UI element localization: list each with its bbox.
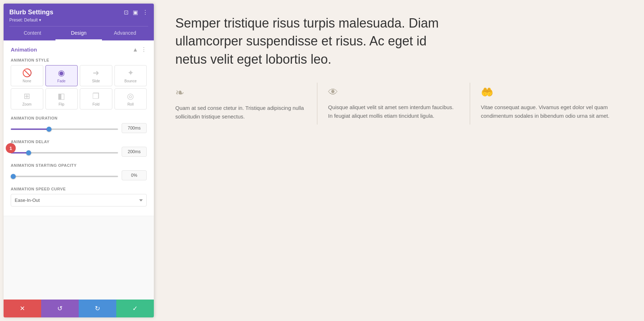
fade-label: Fade	[57, 79, 65, 83]
fold-label: Fold	[93, 102, 99, 106]
cancel-button[interactable]: ✕	[4, 300, 41, 317]
redo-button[interactable]: ↻	[79, 300, 116, 317]
delay-slider-wrapper	[11, 149, 118, 155]
delay-slider-row	[11, 147, 147, 157]
panel-body: Animation ▲ ⋮ Animation Style 🚫 None ◉ F…	[4, 40, 154, 300]
save-button[interactable]: ✓	[116, 300, 154, 317]
duration-slider-row	[11, 123, 147, 133]
flip-icon: ◧	[58, 92, 65, 101]
step-badge: 1	[6, 143, 16, 153]
flip-label: Flip	[59, 102, 64, 106]
blurb-1-text: Quam at sed conse ctetur in. Tristique a…	[175, 104, 306, 121]
fold-icon: ❐	[92, 92, 99, 101]
opacity-field: Animation Starting Opacity	[11, 163, 147, 180]
panel-header: Blurb Settings ⊡ ▣ ⋮ Preset: Default ▾ C…	[4, 4, 154, 40]
resize-icon[interactable]: ⊡	[124, 9, 128, 16]
animation-section: Animation ▲ ⋮ Animation Style 🚫 None ◉ F…	[4, 40, 154, 216]
roll-icon: ◎	[127, 92, 134, 101]
duration-slider-wrapper	[11, 125, 118, 131]
anim-roll[interactable]: ◎ Roll	[114, 88, 147, 110]
panel-tabs: Content Design Advanced	[9, 26, 148, 40]
opacity-slider-row	[11, 170, 147, 180]
tab-content[interactable]: Content	[9, 26, 55, 40]
anim-zoom[interactable]: ⊞ Zoom	[11, 88, 43, 110]
none-icon: 🚫	[22, 68, 32, 78]
opacity-value[interactable]	[122, 170, 147, 180]
duration-label: Animation Duration	[11, 116, 147, 120]
delay-value[interactable]	[122, 147, 147, 157]
duration-field: Animation Duration	[11, 116, 147, 133]
hero-text: Semper tristique risus turpis malesuada.…	[175, 14, 444, 68]
bounce-label: Bounce	[125, 79, 137, 83]
panel-toolbar: ✕ ↺ ↻ ✓	[4, 300, 154, 317]
blurbs-row: ❧ Quam at sed conse ctetur in. Tristique…	[175, 83, 623, 125]
blurb-1-icon: ❧	[175, 86, 306, 99]
bounce-icon: ✦	[127, 68, 134, 78]
none-label: None	[23, 79, 31, 83]
blurb-3: 🤲 Vitae consequat augue. Vivamus eget do…	[481, 83, 623, 125]
fade-icon: ◉	[58, 68, 65, 78]
blurb-3-icon: 🤲	[481, 86, 612, 98]
more-icon[interactable]: ⋮	[142, 9, 148, 16]
panel-preset[interactable]: Preset: Default ▾	[9, 18, 148, 23]
slide-icon: ➜	[93, 68, 99, 78]
zoom-icon: ⊞	[24, 92, 30, 101]
blurb-2-icon: 👁	[328, 86, 459, 98]
settings-panel: Blurb Settings ⊡ ▣ ⋮ Preset: Default ▾ C…	[4, 4, 154, 317]
delay-slider[interactable]	[11, 152, 118, 154]
blurb-2-text: Quisque aliquet velit sit amet sem inter…	[328, 103, 459, 120]
undo-button[interactable]: ↺	[41, 300, 79, 317]
tab-advanced[interactable]: Advanced	[102, 26, 148, 40]
anim-flip[interactable]: ◧ Flip	[45, 88, 78, 110]
content-area: Semper tristique risus turpis malesuada.…	[154, 0, 644, 321]
speed-label: Animation Speed Curve	[11, 187, 147, 191]
anim-fold[interactable]: ❐ Fold	[80, 88, 112, 110]
panel-title-icons: ⊡ ▣ ⋮	[124, 9, 148, 16]
anim-none[interactable]: 🚫 None	[11, 65, 43, 86]
speed-curve-field: Animation Speed Curve Ease-In-Out Linear…	[11, 187, 147, 206]
panel-title-row: Blurb Settings ⊡ ▣ ⋮	[9, 9, 148, 16]
blurb-2: 👁 Quisque aliquet velit sit amet sem int…	[328, 83, 470, 125]
opacity-label: Animation Starting Opacity	[11, 163, 147, 167]
anim-style-label: Animation Style	[11, 58, 147, 62]
stack-icon[interactable]: ▣	[133, 9, 138, 16]
slide-label: Slide	[92, 79, 100, 83]
section-more-icon[interactable]: ⋮	[141, 46, 147, 53]
panel-title: Blurb Settings	[9, 9, 53, 16]
opacity-slider[interactable]	[11, 176, 118, 177]
animation-style-grid: 🚫 None ◉ Fade ➜ Slide ✦ Bounce ⊞ Zoom	[11, 65, 147, 110]
anim-slide[interactable]: ➜ Slide	[80, 65, 112, 86]
animation-section-title: Animation	[11, 47, 37, 53]
blurb-3-text: Vitae consequat augue. Vivamus eget dolo…	[481, 103, 612, 120]
anim-bounce[interactable]: ✦ Bounce	[114, 65, 147, 86]
tab-design[interactable]: Design	[55, 26, 102, 40]
zoom-label: Zoom	[22, 102, 31, 106]
anim-fade[interactable]: ◉ Fade	[45, 65, 78, 86]
collapse-icon[interactable]: ▲	[132, 47, 138, 53]
section-controls: ▲ ⋮	[132, 46, 147, 53]
blurb-1: ❧ Quam at sed conse ctetur in. Tristique…	[175, 83, 317, 125]
delay-field: 1 Animation Delay	[11, 140, 147, 157]
speed-curve-select[interactable]: Ease-In-Out Linear Ease-In Ease-Out Ease	[11, 194, 147, 206]
duration-value[interactable]	[122, 123, 147, 133]
roll-label: Roll	[127, 102, 133, 106]
opacity-slider-wrapper	[11, 172, 118, 179]
section-header: Animation ▲ ⋮	[11, 46, 147, 53]
delay-label: Animation Delay	[11, 140, 147, 144]
duration-slider[interactable]	[11, 128, 118, 130]
